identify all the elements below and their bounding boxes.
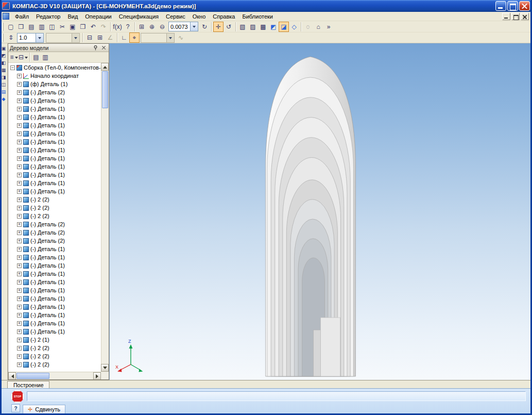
tree-item[interactable]: +(ф) Деталь (1) [8, 80, 101, 88]
tree-item[interactable]: +(-) Деталь (1) [8, 146, 101, 154]
message-line[interactable] [27, 391, 526, 401]
tree-item[interactable]: +(-) Деталь (2) [8, 220, 101, 228]
vertical-scrollbar[interactable] [101, 63, 109, 372]
scroll-right-icon[interactable] [93, 372, 101, 379]
compact-panel-measure-icon[interactable]: ◫ [1, 81, 7, 88]
expand-icon[interactable]: + [17, 305, 22, 309]
variables-icon[interactable]: f(x) [112, 22, 123, 32]
expand-icon[interactable]: + [17, 272, 22, 276]
document-icon[interactable] [3, 13, 9, 20]
tab-construction[interactable]: Построение [7, 381, 49, 389]
expand-icon[interactable]: + [17, 230, 22, 235]
compact-panel-array-icon[interactable]: ▦ [1, 67, 7, 74]
tree-item[interactable]: +(-) Деталь (1) [8, 311, 101, 319]
minimize-button[interactable] [495, 1, 506, 11]
tree-view-mode-icon[interactable]: ≡ [9, 53, 19, 62]
restore-button[interactable] [507, 1, 518, 11]
expand-icon[interactable]: + [17, 181, 22, 186]
document-manager-icon[interactable]: ⊟ [84, 32, 95, 43]
expand-icon[interactable]: + [17, 296, 22, 301]
tree-item[interactable]: +(-) Деталь (1) [8, 286, 101, 294]
scrollbar-thumb[interactable] [16, 373, 49, 379]
menu-item[interactable]: Справка [209, 12, 238, 21]
expand-icon[interactable]: + [17, 107, 22, 111]
tree-item[interactable]: +(-) 2 (2) [8, 204, 101, 212]
tree-item[interactable]: +(-) Деталь (2) [8, 237, 101, 245]
expand-icon[interactable]: + [17, 148, 22, 153]
compact-panel-sketch-icon[interactable]: ◩ [1, 53, 7, 59]
hidden-lines-thin-icon[interactable]: ▩ [258, 22, 268, 32]
expand-icon[interactable]: + [17, 321, 22, 326]
tree-item[interactable]: +(-) Деталь (1) [8, 179, 101, 187]
help-pointer-icon[interactable]: ? [123, 22, 133, 32]
tree-item[interactable]: +(-) Деталь (1) [8, 113, 101, 121]
open-document-icon[interactable]: ❒ [16, 22, 26, 32]
ortho-mode-icon[interactable]: ∟ [119, 32, 129, 43]
tree-item[interactable]: +(-) Деталь (1) [8, 245, 101, 253]
compact-panel-operations-icon[interactable]: ◧ [1, 60, 7, 67]
tree-item[interactable]: +(-) Деталь (2) [8, 88, 101, 96]
tree-item[interactable]: +(-) Деталь (1) [8, 129, 101, 138]
stop-button[interactable]: STOP [11, 390, 24, 403]
zoom-in-icon[interactable]: ⊕ [147, 22, 157, 32]
tree-item[interactable]: +(-) Деталь (1) [8, 154, 101, 162]
mdi-minimize-button[interactable] [502, 13, 510, 20]
menu-item[interactable]: Вид [64, 12, 81, 21]
mdi-close-button[interactable] [521, 13, 529, 20]
zoom-area-icon[interactable]: ⊞ [136, 22, 147, 32]
tree-item[interactable]: +(-) Деталь (2) [8, 228, 101, 237]
rotate-component-icon[interactable]: ↺ [224, 22, 234, 32]
tree-item[interactable]: +(-) Деталь (1) [8, 121, 101, 129]
expand-icon[interactable]: + [17, 115, 22, 120]
rotate-view-icon[interactable]: ↻ [199, 22, 210, 32]
close-icon[interactable] [100, 45, 107, 51]
expand-icon[interactable]: + [17, 197, 22, 202]
print-icon[interactable]: ▥ [37, 22, 47, 32]
cut-icon[interactable]: ✂ [57, 22, 67, 32]
relations-icon[interactable]: ▤ [31, 53, 41, 62]
tree-item[interactable]: +(-) 2 (2) [8, 195, 101, 204]
chevron-down-icon[interactable] [190, 22, 198, 31]
shaded-edges-icon[interactable]: ◪ [279, 22, 289, 32]
expand-icon[interactable]: + [17, 74, 22, 78]
expand-icon[interactable]: + [17, 338, 22, 342]
current-scale-combo[interactable]: 1.0 [17, 33, 44, 43]
tree-item[interactable]: +Начало координат [8, 72, 101, 80]
expand-icon[interactable]: + [17, 354, 22, 359]
menu-item[interactable]: Спецификация [115, 12, 162, 21]
expand-icon[interactable]: + [17, 313, 22, 318]
save-icon[interactable]: ▤ [26, 22, 37, 32]
tree-item[interactable]: +(-) Деталь (1) [8, 319, 101, 327]
tree-item[interactable]: +(-) 2 (1) [8, 336, 101, 344]
shaded-icon[interactable]: ◩ [268, 22, 279, 32]
new-document-icon[interactable]: ▢ [6, 22, 16, 32]
tree-item[interactable]: +(-) 2 (2) [8, 352, 101, 360]
orientation-icon[interactable]: ⌂ [313, 22, 323, 32]
zoom-out-icon[interactable]: ⊖ [157, 22, 167, 32]
perspective-icon[interactable]: ◇ [289, 22, 299, 32]
expand-icon[interactable]: + [17, 82, 22, 87]
preview-icon[interactable]: ◫ [47, 22, 57, 32]
chevron-down-icon[interactable] [36, 34, 43, 42]
horizontal-scrollbar[interactable] [8, 372, 101, 379]
tree-item[interactable]: +(-) Деталь (1) [8, 278, 101, 286]
expand-icon[interactable]: + [17, 123, 22, 128]
tree-item[interactable]: +(-) Деталь (1) [8, 261, 101, 270]
move-tab[interactable]: ✛ Сдвинуть [23, 405, 65, 414]
expand-icon[interactable]: + [17, 131, 22, 136]
expand-icon[interactable]: + [17, 164, 22, 169]
expand-icon[interactable]: + [17, 247, 22, 252]
scroll-left-icon[interactable] [8, 372, 16, 379]
menu-item[interactable]: Окно [189, 12, 210, 21]
menu-item[interactable]: Сервис [162, 12, 189, 21]
copy-icon[interactable]: ▣ [67, 22, 78, 32]
compact-panel-filter-icon[interactable]: ◆ [1, 96, 7, 103]
more-buttons-icon[interactable]: » [323, 22, 334, 32]
menu-item[interactable]: Редактор [32, 12, 64, 21]
monument-model[interactable]: Z X [110, 43, 532, 380]
layers-icon[interactable]: ⊞ [95, 32, 105, 43]
expand-icon[interactable]: + [17, 362, 22, 367]
toolbar-grip[interactable] [2, 34, 4, 42]
snap-mode-icon[interactable]: ⌖ [129, 32, 140, 43]
compact-panel-surface-icon[interactable]: ◨ [1, 74, 7, 81]
